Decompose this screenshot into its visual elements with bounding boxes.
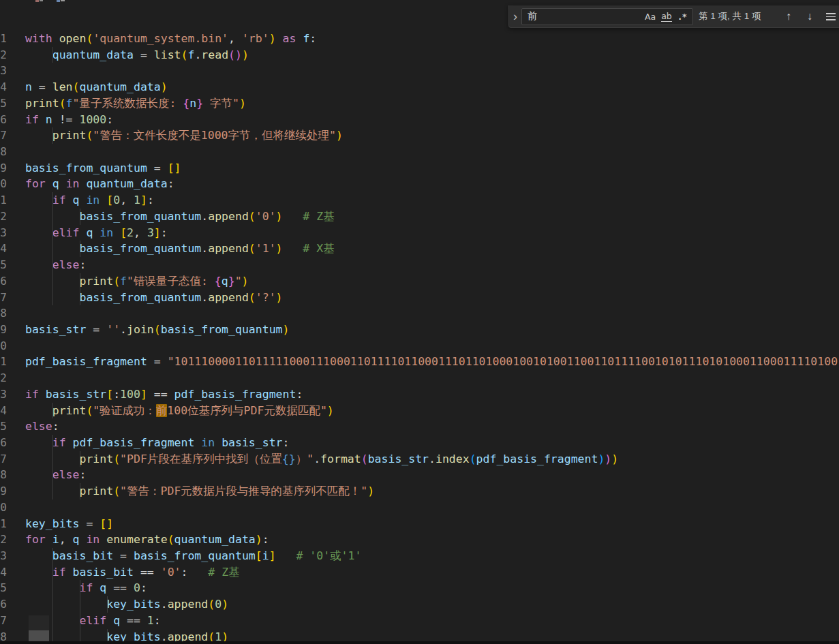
code-line[interactable]: 7 print("警告：文件长度不是1000字节，但将继续处理") — [0, 127, 839, 144]
code-line[interactable]: 20 — [0, 338, 839, 354]
code-line[interactable]: 5print(f"量子系统数据长度: {n} 字节") — [0, 95, 839, 112]
line-number[interactable]: 1 — [0, 31, 7, 47]
code-token: "警告：PDF元数据片段与推导的基序列不匹配！" — [120, 485, 367, 497]
code-line[interactable]: 1with open('quantum_system.bin', 'rb') a… — [0, 31, 839, 47]
code-token: pdf_basis_fragment — [73, 436, 195, 449]
code-lines[interactable]: 1with open('quantum_system.bin', 'rb') a… — [0, 31, 839, 644]
code-line[interactable]: 29 print("警告：PDF元数据片段与推导的基序列不匹配！") — [0, 483, 839, 500]
line-number[interactable]: 18 — [0, 305, 7, 322]
line-number[interactable]: 13 — [0, 225, 7, 241]
code-token — [93, 226, 100, 239]
code-line[interactable]: 34 if basis_bit == '0': # Z基 — [0, 564, 839, 581]
code-token — [283, 242, 303, 255]
line-number[interactable]: 3 — [0, 63, 7, 79]
line-number[interactable]: 8 — [0, 144, 7, 160]
code-token: 'quantum_system.bin' — [93, 32, 228, 45]
code-line[interactable]: 15 else: — [0, 257, 839, 273]
code-line[interactable]: 28 else: — [0, 467, 839, 483]
line-number[interactable]: 31 — [0, 516, 7, 532]
code-line[interactable]: 21pdf_basis_fragment = "1011100001101111… — [0, 354, 839, 370]
code-line[interactable]: 26 if pdf_basis_fragment in basis_str: — [0, 435, 839, 451]
line-number[interactable]: 20 — [0, 338, 7, 354]
code-line[interactable]: 31key_bits = [] — [0, 516, 839, 532]
line-number[interactable]: 11 — [0, 192, 7, 209]
code-line[interactable]: 4n = len(quantum_data) — [0, 79, 839, 95]
code-line[interactable]: 19basis_str = ''.join(basis_from_quantum… — [0, 322, 839, 338]
code-line[interactable]: 2 quantum_data = list(f.read()) — [0, 47, 839, 63]
line-number[interactable]: 4 — [0, 79, 7, 95]
code-line[interactable]: 32for i, q in enumerate(quantum_data): — [0, 532, 839, 548]
code-line[interactable]: 35 if q == 0: — [0, 580, 839, 596]
code-line[interactable]: 8 — [0, 144, 839, 160]
line-number[interactable]: 15 — [0, 257, 7, 273]
line-number[interactable]: 24 — [0, 403, 7, 419]
code-line[interactable]: 37 elif q == 1: — [0, 613, 839, 629]
line-number[interactable]: 37 — [0, 613, 7, 629]
line-number[interactable]: 21 — [0, 354, 7, 370]
code-line[interactable]: 18 — [0, 305, 839, 322]
code-line[interactable]: 25else: — [0, 418, 839, 435]
line-number[interactable]: 6 — [0, 112, 7, 128]
code-token: 100位基序列与PDF元数据匹配" — [167, 404, 327, 417]
line-number[interactable]: 33 — [0, 548, 7, 564]
line-number[interactable]: 29 — [0, 483, 7, 500]
code-line[interactable]: 30 — [0, 500, 839, 516]
code-line[interactable]: 11 if q in [0, 1]: — [0, 192, 839, 209]
whole-word-button[interactable]: ab — [660, 10, 673, 23]
code-token: == — [106, 581, 134, 594]
regex-button[interactable]: .* — [676, 10, 690, 23]
code-token: elif — [79, 614, 106, 627]
code-token: { — [215, 275, 222, 288]
line-number[interactable]: 26 — [0, 435, 7, 451]
line-number[interactable]: 27 — [0, 451, 7, 467]
code-token: n — [46, 113, 52, 126]
code-line[interactable]: 9basis_from_quantum = [] — [0, 160, 839, 177]
line-number[interactable]: 30 — [0, 500, 7, 516]
find-widget: › 前 Aa ab .* 第 1 项, 共 1 项 ↑ ↓ — [508, 5, 839, 28]
code-line[interactable]: 16 print(f"错误量子态值: {q}") — [0, 273, 839, 290]
code-line[interactable]: 24 print("验证成功：前100位基序列与PDF元数据匹配") — [0, 403, 839, 419]
line-number[interactable]: 9 — [0, 160, 7, 177]
previous-match-button[interactable]: ↑ — [781, 9, 796, 24]
code-token: , — [134, 226, 147, 239]
line-number[interactable]: 23 — [0, 386, 7, 403]
code-line[interactable]: 12 basis_from_quantum.append('0') # Z基 — [0, 209, 839, 225]
code-token: # Z基 — [303, 210, 334, 223]
code-line[interactable]: 33 basis_bit = basis_from_quantum[i] # '… — [0, 548, 839, 564]
next-match-button[interactable]: ↓ — [802, 9, 817, 24]
code-line[interactable]: 22 — [0, 370, 839, 386]
code-line[interactable]: 3 — [0, 63, 839, 79]
line-number[interactable]: 25 — [0, 418, 7, 435]
find-in-selection-button[interactable] — [823, 9, 838, 24]
line-number[interactable]: 2 — [0, 47, 7, 63]
line-number[interactable]: 36 — [0, 596, 7, 613]
match-case-button[interactable]: Aa — [643, 10, 657, 23]
code-line[interactable]: 10for q in quantum_data: — [0, 176, 839, 192]
code-line[interactable]: 23if basis_str[:100] == pdf_basis_fragme… — [0, 386, 839, 403]
line-number[interactable]: 14 — [0, 241, 7, 257]
code-line[interactable]: 27 print("PDF片段在基序列中找到（位置{}）".format(bas… — [0, 451, 839, 467]
line-number[interactable]: 17 — [0, 290, 7, 306]
line-number[interactable]: 22 — [0, 370, 7, 386]
find-input[interactable]: 前 Aa ab .* — [521, 8, 693, 25]
line-number[interactable]: 19 — [0, 322, 7, 338]
line-number[interactable]: 35 — [0, 580, 7, 596]
line-number[interactable]: 16 — [0, 273, 7, 290]
code-token: q — [86, 226, 93, 239]
code-line[interactable]: 6if n != 1000: — [0, 112, 839, 128]
line-number[interactable]: 34 — [0, 564, 7, 581]
line-number[interactable]: 7 — [0, 127, 7, 144]
code-token: basis_from_quantum — [161, 323, 283, 336]
code-line[interactable]: 14 basis_from_quantum.append('1') # X基 — [0, 241, 839, 257]
code-line[interactable]: 36 key_bits.append(0) — [0, 596, 839, 613]
line-number[interactable]: 32 — [0, 532, 7, 548]
code-token: ( — [249, 210, 256, 223]
line-number[interactable]: 5 — [0, 95, 7, 112]
line-number[interactable]: 12 — [0, 209, 7, 225]
toggle-replace-button[interactable]: › — [509, 5, 521, 27]
line-number[interactable]: 28 — [0, 467, 7, 483]
code-line[interactable]: 13 elif q in [2, 3]: — [0, 225, 839, 241]
line-number[interactable]: 10 — [0, 176, 7, 192]
code-line[interactable]: 17 basis_from_quantum.append('?') — [0, 290, 839, 306]
code-token — [215, 436, 222, 449]
